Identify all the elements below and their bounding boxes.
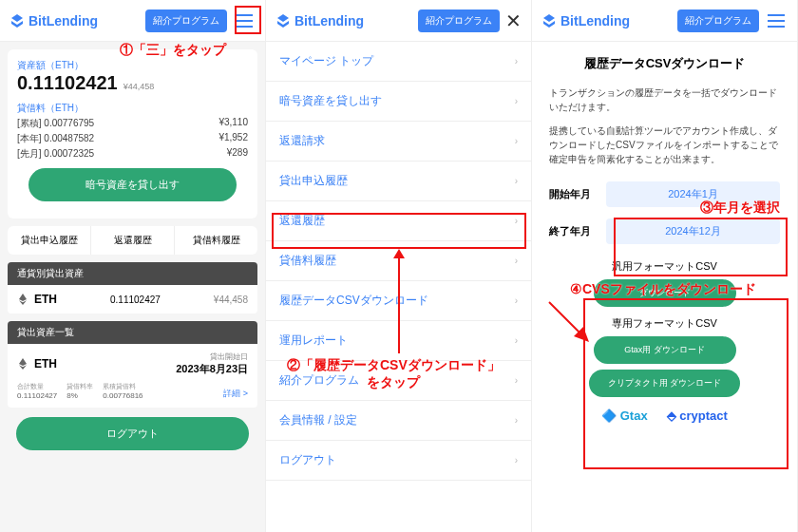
referral-button[interactable]: 紹介プログラム [677, 10, 759, 32]
desc-1: トランザクションの履歴データを一括でダウンロードいただけます。 [532, 86, 797, 114]
start-month-row: 開始年月 2024年1月 [532, 176, 797, 213]
brand-logo: BitLending [542, 13, 630, 28]
format-generic-label: 汎用フォーマットCSV [532, 259, 797, 274]
chevron-right-icon: › [515, 415, 518, 426]
chevron-right-icon: › [515, 295, 518, 306]
asset-card: 資産額（ETH） 0.11102421 ¥44,458 貸借料（ETH） [累積… [8, 49, 257, 218]
screen-menu: BitLending 紹介プログラム ✕ マイページ トップ› 暗号資産を貸し出… [266, 0, 532, 532]
download-cryptact[interactable]: クリプタクト用 ダウンロード [589, 370, 741, 397]
section-asset-list: 貸出資産一覧 [8, 321, 257, 344]
menu-referral[interactable]: 紹介プログラム› [266, 361, 531, 401]
menu-return-req[interactable]: 返還請求› [266, 122, 531, 162]
partners: 🔷 Gtax ⬘ cryptact [532, 408, 797, 423]
header: BitLending 紹介プログラム [532, 0, 797, 42]
menu-mypage[interactable]: マイページ トップ› [266, 42, 531, 82]
start-month-select[interactable]: 2024年1月 [606, 181, 780, 207]
hamburger-icon[interactable] [765, 10, 788, 32]
referral-button[interactable]: 紹介プログラム [145, 10, 227, 32]
screen-csv: BitLending 紹介プログラム 履歴データCSVダウンロード トランザクシ… [532, 0, 798, 532]
referral-button[interactable]: 紹介プログラム [418, 10, 500, 32]
currency-row: ETH 0.11102427 ¥44,458 [8, 285, 257, 314]
download-generic[interactable]: ダウンロード [594, 279, 736, 307]
eth-icon [17, 358, 28, 370]
hamburger-icon[interactable] [233, 10, 256, 32]
menu-account[interactable]: 会員情報 / 設定› [266, 401, 531, 441]
fee-label: 貸借料（ETH） [17, 102, 248, 115]
chevron-right-icon: › [515, 56, 518, 66]
detail-link[interactable]: 詳細 > [223, 388, 248, 400]
arrow-diag-icon [545, 298, 593, 350]
tab-fee-history[interactable]: 貸借料履歴 [175, 226, 257, 255]
brand-logo: BitLending [276, 13, 364, 28]
lend-button[interactable]: 暗号資産を貸し出す [28, 168, 237, 201]
chevron-right-icon: › [515, 136, 518, 146]
partner-gtax: 🔷 Gtax [601, 408, 648, 423]
chevron-right-icon: › [515, 216, 518, 226]
chevron-right-icon: › [515, 375, 518, 386]
chevron-right-icon: › [515, 335, 518, 346]
tab-return[interactable]: 返還履歴 [91, 226, 175, 255]
svg-marker-1 [393, 249, 405, 258]
chevron-right-icon: › [515, 96, 518, 106]
page-title: 履歴データCSVダウンロード [532, 55, 797, 72]
asset-jpy: ¥44,458 [124, 82, 155, 91]
menu-return-history[interactable]: 返還履歴› [266, 201, 531, 241]
asset-label: 資産額（ETH） [17, 59, 248, 72]
partner-cryptact: ⬘ cryptact [667, 408, 728, 423]
asset-list-row: ETH 貸出開始日 2023年8月23日 合計数量0.11102427 貸借料率… [8, 344, 257, 408]
logo-icon [10, 13, 25, 28]
arrow-up-icon [390, 249, 408, 353]
fee-month: [先月] 0.00072325 [17, 147, 94, 161]
chevron-right-icon: › [515, 176, 518, 186]
brand-logo: BitLending [10, 13, 98, 28]
end-month-select[interactable]: 2024年12月 [606, 218, 780, 244]
menu-logout[interactable]: ログアウト› [266, 441, 531, 481]
svg-line-2 [549, 302, 583, 336]
logout-button[interactable]: ログアウト [16, 417, 250, 450]
chevron-right-icon: › [515, 256, 518, 266]
asset-amount: 0.11102421 [17, 72, 118, 94]
logo-icon [276, 13, 291, 28]
desc-2: 提携している自動計算ツールでアカウント作成し、ダウンロードしたCSVファイルをイ… [532, 124, 797, 166]
tab-lend-apply[interactable]: 貸出申込履歴 [8, 226, 91, 255]
section-by-currency: 通貨別貸出資産 [8, 262, 257, 285]
logo-icon [542, 13, 557, 28]
header: BitLending 紹介プログラム ✕ [266, 0, 531, 42]
chevron-right-icon: › [515, 455, 518, 466]
menu-lend[interactable]: 暗号資産を貸し出す› [266, 82, 531, 122]
menu-lend-history[interactable]: 貸出申込履歴› [266, 162, 531, 201]
eth-icon [17, 294, 28, 305]
screen-home: BitLending 紹介プログラム ①「三」をタップ 資産額（ETH） 0.1… [0, 0, 266, 532]
fee-cum: [累積] 0.00776795 [17, 117, 94, 130]
header: BitLending 紹介プログラム [0, 0, 265, 42]
close-icon[interactable]: ✕ [505, 10, 522, 32]
fee-year: [本年] 0.00487582 [17, 132, 94, 145]
download-gtax[interactable]: Gtax用 ダウンロード [594, 336, 736, 364]
history-tabs: 貸出申込履歴 返還履歴 貸借料履歴 [8, 226, 257, 255]
end-month-row: 終了年月 2024年12月 [532, 213, 797, 250]
